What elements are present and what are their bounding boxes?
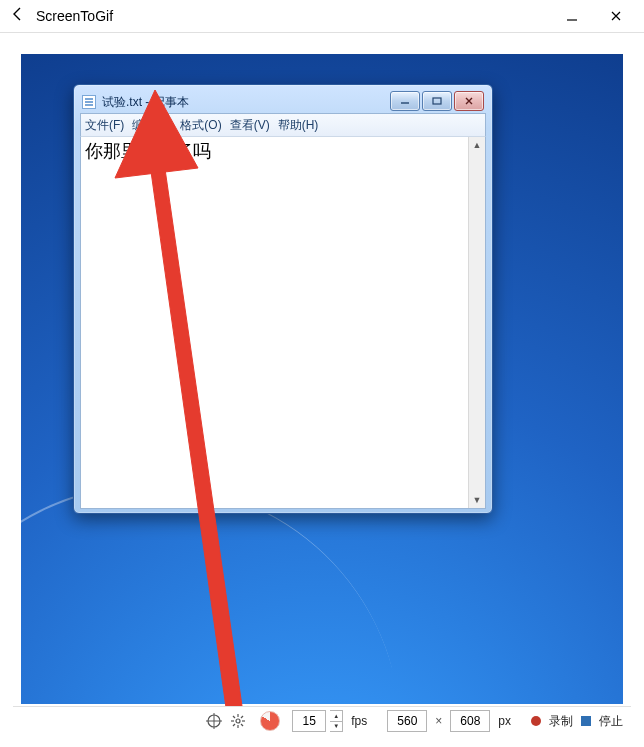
- menu-format[interactable]: 格式(O): [180, 117, 221, 134]
- notepad-menubar[interactable]: 文件(F) 编辑(E) 格式(O) 查看(V) 帮助(H): [80, 113, 486, 137]
- fps-value[interactable]: 15: [292, 710, 326, 732]
- stop-button[interactable]: 停止: [595, 713, 627, 730]
- notepad-content: 你那里下雪了吗: [85, 141, 211, 161]
- height-value[interactable]: 608: [450, 710, 490, 732]
- capture-frame: 试验.txt - 记事本 文件(F) 编辑(E) 格式(O): [13, 46, 631, 712]
- notepad-icon: [82, 95, 96, 109]
- stop-icon[interactable]: [581, 716, 591, 726]
- svg-line-15: [241, 724, 243, 726]
- bottom-toolbar: 15 ▲▼ fps 560 × 608 px 录制 停止: [13, 706, 631, 735]
- back-arrow-icon[interactable]: [6, 6, 30, 26]
- notepad-title: 试验.txt - 记事本: [102, 94, 189, 111]
- notepad-window[interactable]: 试验.txt - 记事本 文件(F) 编辑(E) 格式(O): [73, 84, 493, 514]
- notepad-close-button[interactable]: [454, 91, 484, 111]
- desktop-background: 试验.txt - 记事本 文件(F) 编辑(E) 格式(O): [21, 54, 623, 704]
- notepad-minimize-button[interactable]: [390, 91, 420, 111]
- svg-line-14: [233, 716, 235, 718]
- svg-line-16: [241, 716, 243, 718]
- menu-help[interactable]: 帮助(H): [278, 117, 319, 134]
- fps-label: fps: [347, 714, 371, 728]
- menu-edit[interactable]: 编辑(E): [132, 117, 172, 134]
- record-icon[interactable]: [531, 716, 541, 726]
- times-label: ×: [431, 714, 446, 728]
- record-button[interactable]: 录制: [545, 713, 577, 730]
- notepad-scrollbar[interactable]: ▲ ▼: [468, 137, 485, 508]
- app-minimize-button[interactable]: [550, 0, 594, 32]
- app-close-button[interactable]: [594, 0, 638, 32]
- gear-icon[interactable]: [228, 711, 248, 731]
- notepad-textarea[interactable]: 你那里下雪了吗 ▲ ▼: [80, 137, 486, 509]
- notepad-maximize-button[interactable]: [422, 91, 452, 111]
- crosshair-icon[interactable]: [204, 711, 224, 731]
- app-title: ScreenToGif: [36, 8, 113, 24]
- scroll-down-icon[interactable]: ▼: [469, 492, 485, 508]
- scroll-up-icon[interactable]: ▲: [469, 137, 485, 153]
- svg-rect-2: [433, 98, 441, 104]
- width-value[interactable]: 560: [387, 710, 427, 732]
- fps-pie-icon[interactable]: [260, 711, 280, 731]
- px-label: px: [494, 714, 515, 728]
- svg-point-9: [236, 719, 240, 723]
- svg-line-17: [233, 724, 235, 726]
- notepad-titlebar[interactable]: 试验.txt - 记事本: [80, 91, 486, 113]
- app-titlebar: ScreenToGif: [0, 0, 644, 33]
- menu-view[interactable]: 查看(V): [230, 117, 270, 134]
- fps-spinner[interactable]: ▲▼: [330, 710, 343, 732]
- menu-file[interactable]: 文件(F): [85, 117, 124, 134]
